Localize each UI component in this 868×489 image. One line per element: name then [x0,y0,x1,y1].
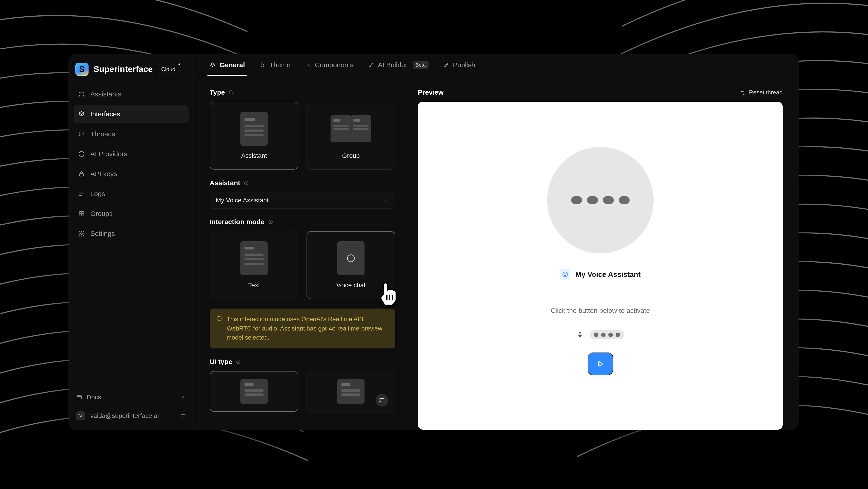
mode-section-label: Interaction mode [210,218,400,226]
svg-rect-23 [579,332,581,336]
sidebar-item-settings[interactable]: Settings [73,224,189,243]
avatar: V [76,411,85,420]
app-window: S Superinterface Cloud Assistants Interf… [69,54,799,430]
tabbar: General Theme Components AI Builder Beta… [194,54,799,76]
docs-label: Docs [87,394,101,401]
voice-orb [547,147,654,253]
layers-icon [210,62,216,68]
grid-icon [78,210,85,217]
svg-point-21 [564,274,565,274]
brand-name: Superinterface [93,64,153,74]
preview-status-row [577,330,624,339]
brand: S Superinterface Cloud [69,63,193,85]
info-icon[interactable] [229,90,234,95]
info-icon[interactable] [244,180,249,185]
mode-card-voice-chat[interactable]: Voice chat [307,231,395,299]
sidebar-item-label: Assistants [90,90,121,98]
list-icon [78,190,85,197]
activate-button[interactable] [588,353,613,375]
svg-rect-9 [82,214,84,216]
card-thumbnail-icon [241,241,268,275]
ui-type-card-a[interactable] [210,371,299,412]
card-thumbnail-icon [241,112,268,146]
assistant-face-icon [560,269,570,280]
settings-form: Type Assistant Gr [210,89,400,430]
sidebar: S Superinterface Cloud Assistants Interf… [69,54,194,430]
svg-rect-7 [82,211,84,213]
svg-rect-12 [306,63,310,67]
sidebar-item-label: API keys [90,170,117,178]
layers-icon [78,111,85,118]
mode-card-text[interactable]: Text [210,231,299,299]
docs-link[interactable]: Docs [73,389,189,406]
tab-label: General [220,61,245,69]
external-link-icon [180,394,186,400]
gear-icon [78,230,85,237]
card-label: Group [342,152,360,159]
tab-ai-builder[interactable]: AI Builder Beta [368,54,428,75]
square-icon [305,62,311,68]
content: Type Assistant Gr [194,76,799,430]
beta-badge: Beta [413,61,428,69]
info-icon[interactable] [268,219,273,224]
preview-panel: My Voice Assistant Click the button belo… [418,102,783,430]
realtime-notice: This interaction mode uses OpenAI's Real… [210,309,395,348]
sidebar-item-interfaces[interactable]: Interfaces [73,105,189,123]
sidebar-item-assistants[interactable]: Assistants [73,85,189,103]
ui-type-section-label: UI type [210,358,400,366]
sidebar-nav: Assistants Interfaces Threads AI Provide… [69,85,193,243]
tab-label: Theme [270,61,290,69]
type-section-label: Type [210,89,400,96]
reset-thread-button[interactable]: Reset thread [740,89,783,96]
undo-icon [740,90,746,95]
tab-general[interactable]: General [210,54,245,75]
sidebar-item-api-keys[interactable]: API keys [73,164,189,183]
tab-label: AI Builder [378,61,407,69]
svg-point-22 [566,274,566,274]
svg-rect-13 [307,64,309,66]
sidebar-item-label: Settings [90,230,115,238]
sidebar-item-label: AI Providers [90,150,127,158]
tab-publish[interactable]: Publish [443,54,475,75]
rocket-icon [443,62,449,68]
card-label: Voice chat [336,282,365,289]
sidebar-item-label: Groups [90,210,113,218]
svg-rect-5 [80,174,84,176]
comment-icon [78,131,85,137]
assistant-name: My Voice Assistant [575,270,641,279]
svg-point-1 [83,92,84,93]
sidebar-item-ai-providers[interactable]: AI Providers [73,145,189,163]
account-email: vaida@superinterface.ai [90,412,159,420]
account-row[interactable]: V vaida@superinterface.ai [73,407,189,424]
preview-hint: Click the button below to activate [551,307,650,314]
sidebar-item-threads[interactable]: Threads [73,125,189,143]
card-label: Assistant [241,152,267,159]
info-icon [216,315,222,322]
info-icon[interactable] [236,359,241,364]
window-icon [76,394,82,400]
type-card-group[interactable]: Group [307,102,395,170]
svg-point-10 [81,233,83,235]
card-thumbnail-icon [241,379,268,404]
sidebar-item-label: Interfaces [90,110,120,118]
sidebar-item-logs[interactable]: Logs [73,184,189,203]
lock-icon [78,171,85,177]
sidebar-item-groups[interactable]: Groups [73,205,189,223]
type-card-assistant[interactable]: Assistant [210,102,299,170]
preview-column: Preview Reset thread My Voice Assistant … [418,89,783,430]
tab-theme[interactable]: Theme [259,54,290,75]
reset-label: Reset thread [749,89,783,96]
ui-type-card-b[interactable] [307,371,395,412]
assistant-select[interactable]: My Voice Assistant [210,192,395,209]
assistant-section-label: Assistant [210,179,400,187]
brand-logo-icon: S [75,63,89,76]
tab-label: Components [315,61,353,69]
tab-components[interactable]: Components [305,54,353,75]
svg-rect-8 [79,214,81,216]
svg-point-2 [80,95,81,96]
sidebar-footer: Docs V vaida@superinterface.ai [69,389,193,424]
svg-point-0 [80,92,81,93]
preview-title: Preview [418,89,443,96]
select-value: My Voice Assistant [216,197,269,204]
notice-text: This interaction mode uses OpenAI's Real… [227,315,389,342]
